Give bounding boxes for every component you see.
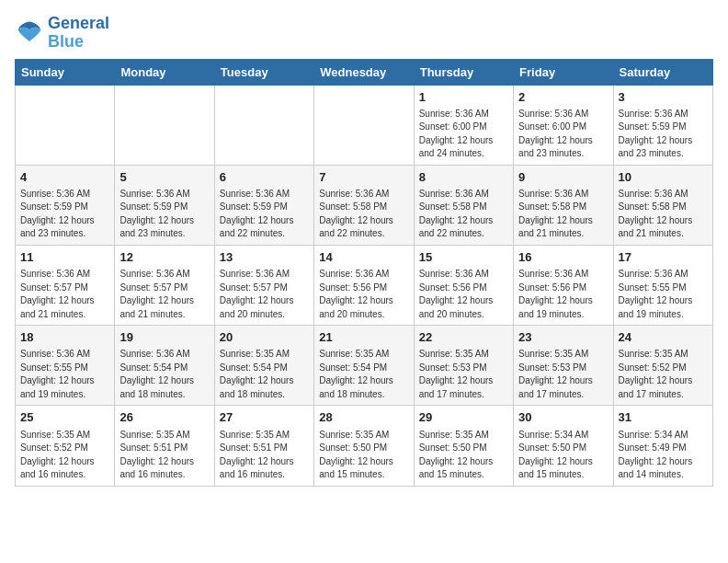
calendar-cell: 5Sunrise: 5:36 AM Sunset: 5:59 PM Daylig… xyxy=(115,165,214,245)
week-row-3: 11Sunrise: 5:36 AM Sunset: 5:57 PM Dayli… xyxy=(16,245,713,325)
day-number: 1 xyxy=(419,89,508,106)
calendar-cell: 11Sunrise: 5:36 AM Sunset: 5:57 PM Dayli… xyxy=(16,245,115,325)
cell-content: Sunrise: 5:36 AM Sunset: 6:00 PM Dayligh… xyxy=(518,108,608,161)
day-number: 25 xyxy=(20,409,109,426)
header-cell-sunday: Sunday xyxy=(16,59,115,85)
calendar-cell xyxy=(16,85,115,165)
calendar-cell: 18Sunrise: 5:36 AM Sunset: 5:55 PM Dayli… xyxy=(16,326,115,406)
calendar-cell: 2Sunrise: 5:36 AM Sunset: 6:00 PM Daylig… xyxy=(514,85,613,165)
cell-content: Sunrise: 5:36 AM Sunset: 5:58 PM Dayligh… xyxy=(619,188,708,241)
header-cell-monday: Monday xyxy=(115,59,214,85)
calendar-cell: 1Sunrise: 5:36 AM Sunset: 6:00 PM Daylig… xyxy=(414,85,513,165)
calendar-cell: 9Sunrise: 5:36 AM Sunset: 5:58 PM Daylig… xyxy=(514,165,613,245)
cell-content: Sunrise: 5:36 AM Sunset: 5:56 PM Dayligh… xyxy=(518,268,608,321)
logo: General Blue xyxy=(15,15,109,52)
cell-content: Sunrise: 5:36 AM Sunset: 5:57 PM Dayligh… xyxy=(119,268,209,321)
calendar-cell: 7Sunrise: 5:36 AM Sunset: 5:58 PM Daylig… xyxy=(314,165,414,245)
cell-content: Sunrise: 5:34 AM Sunset: 5:49 PM Dayligh… xyxy=(619,429,708,482)
header-cell-thursday: Thursday xyxy=(414,59,513,85)
week-row-5: 25Sunrise: 5:35 AM Sunset: 5:52 PM Dayli… xyxy=(16,406,713,486)
day-number: 16 xyxy=(518,249,608,266)
calendar-cell: 6Sunrise: 5:36 AM Sunset: 5:59 PM Daylig… xyxy=(214,165,313,245)
day-number: 29 xyxy=(419,409,508,426)
header-cell-wednesday: Wednesday xyxy=(314,59,414,85)
day-number: 24 xyxy=(619,329,708,346)
calendar-cell: 8Sunrise: 5:36 AM Sunset: 5:58 PM Daylig… xyxy=(414,165,513,245)
week-row-4: 18Sunrise: 5:36 AM Sunset: 5:55 PM Dayli… xyxy=(16,326,713,406)
calendar-cell: 20Sunrise: 5:35 AM Sunset: 5:54 PM Dayli… xyxy=(214,326,313,406)
header-cell-saturday: Saturday xyxy=(613,59,712,85)
day-number: 5 xyxy=(119,169,209,186)
calendar-cell: 22Sunrise: 5:35 AM Sunset: 5:53 PM Dayli… xyxy=(414,326,513,406)
logo-text: General Blue xyxy=(48,15,109,52)
cell-content: Sunrise: 5:35 AM Sunset: 5:53 PM Dayligh… xyxy=(419,348,508,401)
day-number: 18 xyxy=(20,329,109,346)
calendar-cell: 16Sunrise: 5:36 AM Sunset: 5:56 PM Dayli… xyxy=(514,245,613,325)
calendar-cell: 23Sunrise: 5:35 AM Sunset: 5:53 PM Dayli… xyxy=(514,326,613,406)
cell-content: Sunrise: 5:36 AM Sunset: 5:57 PM Dayligh… xyxy=(220,268,309,321)
day-number: 30 xyxy=(518,409,608,426)
header-cell-friday: Friday xyxy=(514,59,613,85)
calendar-cell xyxy=(314,85,414,165)
day-number: 20 xyxy=(220,329,309,346)
cell-content: Sunrise: 5:35 AM Sunset: 5:54 PM Dayligh… xyxy=(319,348,408,401)
cell-content: Sunrise: 5:36 AM Sunset: 5:59 PM Dayligh… xyxy=(20,188,109,241)
day-number: 22 xyxy=(419,329,508,346)
day-number: 9 xyxy=(518,169,608,186)
calendar-cell: 31Sunrise: 5:34 AM Sunset: 5:49 PM Dayli… xyxy=(613,406,712,486)
calendar-cell: 26Sunrise: 5:35 AM Sunset: 5:51 PM Dayli… xyxy=(115,406,214,486)
calendar-cell: 29Sunrise: 5:35 AM Sunset: 5:50 PM Dayli… xyxy=(414,406,513,486)
day-number: 21 xyxy=(319,329,408,346)
cell-content: Sunrise: 5:36 AM Sunset: 5:58 PM Dayligh… xyxy=(518,188,608,241)
calendar-cell: 19Sunrise: 5:36 AM Sunset: 5:54 PM Dayli… xyxy=(115,326,214,406)
day-number: 23 xyxy=(518,329,608,346)
cell-content: Sunrise: 5:35 AM Sunset: 5:54 PM Dayligh… xyxy=(220,348,309,401)
page-header: General Blue xyxy=(15,15,713,52)
calendar-cell: 12Sunrise: 5:36 AM Sunset: 5:57 PM Dayli… xyxy=(115,245,214,325)
calendar-cell: 21Sunrise: 5:35 AM Sunset: 5:54 PM Dayli… xyxy=(314,326,414,406)
calendar-cell xyxy=(214,85,313,165)
calendar-cell: 24Sunrise: 5:35 AM Sunset: 5:52 PM Dayli… xyxy=(613,326,712,406)
day-number: 28 xyxy=(319,409,408,426)
day-number: 12 xyxy=(119,249,209,266)
calendar-cell xyxy=(115,85,214,165)
calendar-cell: 10Sunrise: 5:36 AM Sunset: 5:58 PM Dayli… xyxy=(613,165,712,245)
calendar-cell: 17Sunrise: 5:36 AM Sunset: 5:55 PM Dayli… xyxy=(613,245,712,325)
cell-content: Sunrise: 5:36 AM Sunset: 5:59 PM Dayligh… xyxy=(220,188,309,241)
cell-content: Sunrise: 5:34 AM Sunset: 5:50 PM Dayligh… xyxy=(518,429,608,482)
day-number: 26 xyxy=(119,409,209,426)
calendar-cell: 27Sunrise: 5:35 AM Sunset: 5:51 PM Dayli… xyxy=(214,406,313,486)
calendar-cell: 13Sunrise: 5:36 AM Sunset: 5:57 PM Dayli… xyxy=(214,245,313,325)
day-number: 14 xyxy=(319,249,408,266)
day-number: 2 xyxy=(518,89,608,106)
cell-content: Sunrise: 5:36 AM Sunset: 5:55 PM Dayligh… xyxy=(20,348,109,401)
calendar-cell: 25Sunrise: 5:35 AM Sunset: 5:52 PM Dayli… xyxy=(16,406,115,486)
cell-content: Sunrise: 5:36 AM Sunset: 5:58 PM Dayligh… xyxy=(319,188,408,241)
header-cell-tuesday: Tuesday xyxy=(214,59,313,85)
day-number: 15 xyxy=(419,249,508,266)
cell-content: Sunrise: 5:35 AM Sunset: 5:50 PM Dayligh… xyxy=(419,429,508,482)
day-number: 17 xyxy=(619,249,708,266)
cell-content: Sunrise: 5:35 AM Sunset: 5:52 PM Dayligh… xyxy=(619,348,708,401)
day-number: 4 xyxy=(20,169,109,186)
day-number: 27 xyxy=(220,409,309,426)
day-number: 11 xyxy=(20,249,109,266)
calendar-cell: 30Sunrise: 5:34 AM Sunset: 5:50 PM Dayli… xyxy=(514,406,613,486)
cell-content: Sunrise: 5:36 AM Sunset: 5:56 PM Dayligh… xyxy=(319,268,408,321)
day-number: 10 xyxy=(619,169,708,186)
cell-content: Sunrise: 5:36 AM Sunset: 5:56 PM Dayligh… xyxy=(419,268,508,321)
cell-content: Sunrise: 5:36 AM Sunset: 5:59 PM Dayligh… xyxy=(119,188,209,241)
calendar-cell: 14Sunrise: 5:36 AM Sunset: 5:56 PM Dayli… xyxy=(314,245,414,325)
week-row-2: 4Sunrise: 5:36 AM Sunset: 5:59 PM Daylig… xyxy=(16,165,713,245)
day-number: 8 xyxy=(419,169,508,186)
day-number: 3 xyxy=(619,89,708,106)
calendar-cell: 28Sunrise: 5:35 AM Sunset: 5:50 PM Dayli… xyxy=(314,406,414,486)
header-row: SundayMondayTuesdayWednesdayThursdayFrid… xyxy=(16,59,713,85)
calendar-cell: 3Sunrise: 5:36 AM Sunset: 5:59 PM Daylig… xyxy=(613,85,712,165)
cell-content: Sunrise: 5:36 AM Sunset: 5:54 PM Dayligh… xyxy=(119,348,209,401)
calendar-table: SundayMondayTuesdayWednesdayThursdayFrid… xyxy=(15,59,713,487)
day-number: 19 xyxy=(119,329,209,346)
cell-content: Sunrise: 5:35 AM Sunset: 5:52 PM Dayligh… xyxy=(20,429,109,482)
calendar-cell: 4Sunrise: 5:36 AM Sunset: 5:59 PM Daylig… xyxy=(16,165,115,245)
cell-content: Sunrise: 5:36 AM Sunset: 5:57 PM Dayligh… xyxy=(20,268,109,321)
